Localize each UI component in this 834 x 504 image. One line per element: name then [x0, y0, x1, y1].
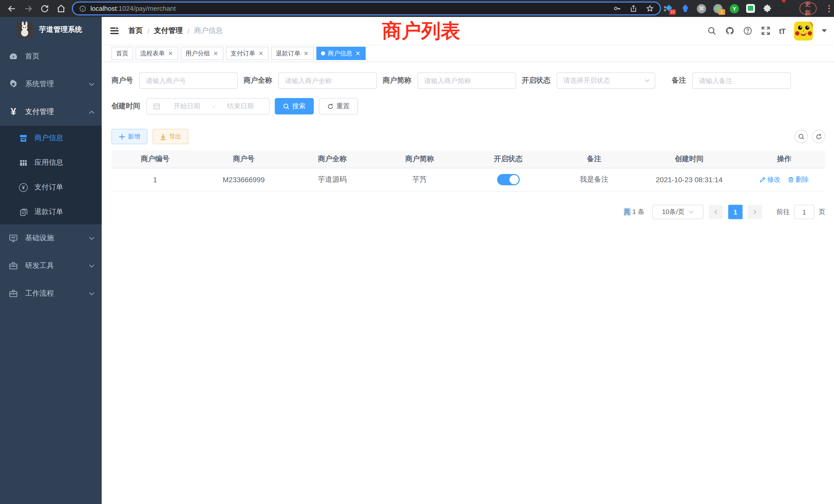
breadcrumb-separator: /: [147, 27, 150, 35]
extension-proxy-icon[interactable]: 1: [713, 4, 723, 13]
tab-merchant-info[interactable]: 商户信息: [316, 47, 366, 60]
page-size-select[interactable]: 10条/页: [652, 205, 704, 219]
font-size-icon[interactable]: tT: [779, 26, 785, 35]
extension-y-icon[interactable]: Y: [730, 4, 739, 13]
search-icon: [283, 103, 290, 110]
create-time-label: 创建时间: [111, 101, 140, 111]
password-key-icon[interactable]: [613, 5, 621, 12]
extensions-puzzle-icon[interactable]: [763, 4, 772, 13]
sidebar-item-label: 支付订单: [35, 183, 63, 192]
share-icon[interactable]: [630, 5, 637, 12]
navbar-actions: tT: [707, 21, 834, 40]
tab-pay-orders[interactable]: 支付订单: [226, 47, 269, 60]
browser-update-button[interactable]: 更新: [799, 3, 816, 14]
remark-label: 备注: [672, 76, 686, 85]
sidebar-item-refund-orders[interactable]: 退款订单: [0, 200, 102, 224]
github-icon[interactable]: [725, 26, 734, 36]
tab-process-form[interactable]: 流程表单: [136, 47, 178, 60]
screen: localhost:1024/pay/merchant 10 ⌘ 1 Y 更新: [0, 0, 834, 504]
prev-page-button[interactable]: [709, 205, 723, 219]
workflow-icon: [9, 289, 18, 298]
status-toggle[interactable]: [497, 174, 520, 185]
help-icon[interactable]: [743, 26, 752, 36]
table-toolbar: 新增 导出: [111, 129, 825, 144]
tab-user-group[interactable]: 用户分组: [181, 47, 223, 60]
extension-command-icon[interactable]: ⌘: [697, 4, 706, 13]
merchant-no-input[interactable]: [140, 73, 237, 88]
search-icon: [798, 133, 805, 140]
sidebar-item-label: 支付管理: [25, 107, 54, 116]
site-info-icon[interactable]: [79, 5, 86, 12]
main-content: 商户号 商户全称 商户简称 开启状态 请选择开启状态 备注 创建时间 开始日期 …: [102, 62, 834, 504]
close-icon[interactable]: [213, 50, 219, 56]
avatar-caret-icon[interactable]: [822, 29, 827, 32]
short-name-input[interactable]: [418, 73, 515, 88]
extension-drop-icon[interactable]: [680, 4, 690, 13]
edit-link[interactable]: 修改: [760, 175, 781, 184]
gear-icon: [9, 79, 18, 89]
sidebar-item-app-info[interactable]: 应用信息: [0, 151, 102, 175]
create-time-range-picker[interactable]: 开始日期 - 结束日期: [146, 98, 270, 114]
cell-remark: 我是备注: [553, 175, 635, 184]
sidebar-item-payment[interactable]: ¥ 支付管理: [0, 98, 102, 126]
extension-chat-icon[interactable]: [746, 4, 755, 13]
close-icon[interactable]: [258, 50, 264, 56]
fullscreen-icon[interactable]: [761, 26, 770, 36]
home-icon[interactable]: [57, 4, 66, 13]
page-number-button[interactable]: 1: [728, 205, 743, 219]
sidebar-collapse-icon[interactable]: [109, 26, 120, 36]
delete-link[interactable]: 删除: [788, 175, 809, 184]
end-date-placeholder: 结束日期: [216, 101, 265, 111]
user-avatar[interactable]: [794, 21, 813, 40]
sidebar-item-system[interactable]: 系统管理: [0, 70, 102, 98]
sidebar-item-pay-orders[interactable]: ¥ 支付订单: [0, 175, 102, 200]
close-icon[interactable]: [355, 50, 361, 56]
full-name-input[interactable]: [279, 73, 376, 88]
close-icon[interactable]: [303, 50, 309, 56]
toolbox-icon: [9, 261, 18, 271]
toggle-search-button[interactable]: [794, 130, 808, 143]
edit-pencil-icon: [760, 177, 766, 183]
app-logo-row[interactable]: 芋道管理系统: [0, 17, 102, 43]
column-header: 商户号: [199, 155, 289, 164]
remark-input[interactable]: [693, 73, 790, 88]
back-icon[interactable]: [7, 4, 17, 13]
app-title: 芋道管理系统: [39, 25, 82, 35]
url-bar[interactable]: localhost:1024/pay/merchant: [72, 2, 661, 16]
sidebar-item-workflow[interactable]: 工作流程: [0, 280, 102, 307]
cell-merchant-id: 1: [111, 176, 199, 184]
refresh-table-button[interactable]: [812, 130, 825, 143]
tags-view: 首页 流程表单 用户分组 支付订单 退款订单 商户信息: [102, 45, 834, 62]
breadcrumb-home[interactable]: 首页: [128, 26, 143, 36]
table-utility-buttons: [794, 130, 825, 143]
next-page-button[interactable]: [748, 205, 762, 219]
goto-page-input[interactable]: [794, 205, 814, 219]
profile-avatar-icon[interactable]: [779, 4, 788, 13]
forward-icon[interactable]: [24, 4, 33, 13]
sidebar-item-home[interactable]: 首页: [0, 43, 102, 70]
bookmark-star-icon[interactable]: [646, 5, 654, 12]
filter-row-1: 商户号 商户全称 商户简称 开启状态 请选择开启状态 备注: [111, 72, 825, 89]
close-icon[interactable]: [168, 50, 174, 56]
add-button[interactable]: 新增: [111, 129, 147, 144]
breadcrumb-payment[interactable]: 支付管理: [154, 26, 183, 36]
cell-merchant-no: M233666999: [199, 176, 289, 184]
tab-home[interactable]: 首页: [111, 47, 133, 60]
grid-icon: [19, 158, 28, 167]
monitor-icon: [9, 233, 18, 243]
sidebar-item-dev-tools[interactable]: 研发工具: [0, 252, 102, 280]
sidebar-item-label: 首页: [25, 52, 40, 61]
tab-refund-orders[interactable]: 退款订单: [271, 47, 314, 60]
sidebar-item-label: 应用信息: [35, 158, 63, 167]
sidebar-item-infrastructure[interactable]: 基础设施: [0, 224, 102, 252]
sidebar-item-merchant-info[interactable]: 商户信息: [0, 126, 102, 151]
header-search-icon[interactable]: [707, 26, 717, 36]
export-button[interactable]: 导出: [153, 129, 189, 144]
reload-icon[interactable]: [40, 4, 49, 13]
calendar-icon: [153, 102, 160, 110]
search-button[interactable]: 搜索: [275, 98, 314, 114]
status-select[interactable]: 请选择开启状态: [557, 72, 655, 89]
browser-menu-icon[interactable]: [828, 5, 830, 12]
reset-button[interactable]: 重置: [319, 98, 358, 114]
extension-diamond-icon[interactable]: 10: [664, 4, 673, 13]
